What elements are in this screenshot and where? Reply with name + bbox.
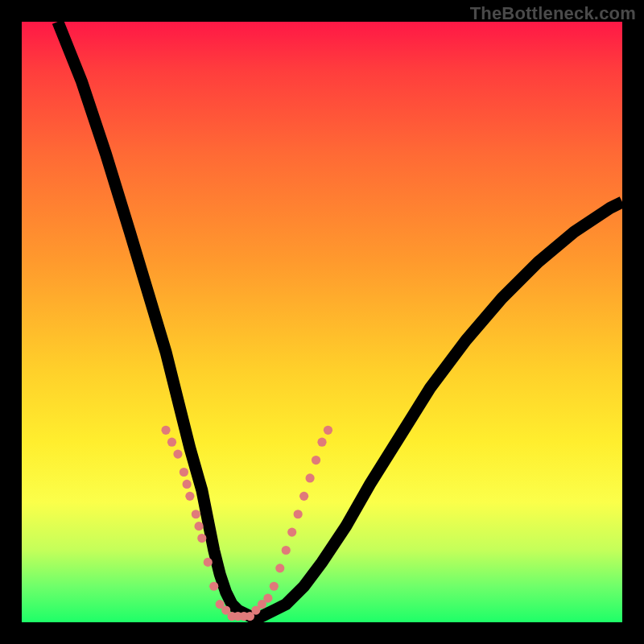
data-point [324,426,332,435]
data-point [294,510,303,518]
data-point [180,468,188,477]
chart-overlay [22,22,622,622]
data-point [204,558,213,567]
data-point [192,510,200,518]
data-point [194,522,203,530]
data-point [209,582,218,591]
data-point [282,546,291,555]
data-point [263,594,272,603]
bottleneck-curve [58,22,622,617]
data-point [299,492,308,501]
data-point [161,426,170,435]
data-point [312,456,320,464]
data-point [167,438,176,447]
data-point [305,473,314,482]
data-point [185,492,194,501]
watermark-text: TheBottleneck.com [470,3,636,24]
data-point [270,582,279,591]
data-point [173,450,182,459]
data-point [183,480,192,489]
data-point [287,528,296,537]
data-point [317,438,326,447]
data-point [197,534,206,543]
chart-frame: TheBottleneck.com [0,0,644,644]
data-point [275,564,284,572]
